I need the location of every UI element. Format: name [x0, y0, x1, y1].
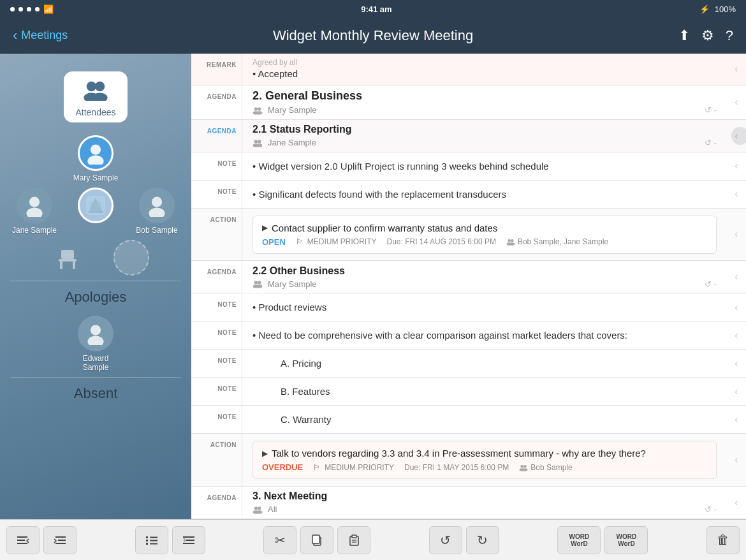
- signal-dot: [35, 7, 40, 11]
- next-meeting-person: All: [268, 505, 277, 514]
- content-area: REMARK Agreed by all • Accepted ‹ AGENDA…: [191, 54, 746, 519]
- note-content-2: • Significant defects found with the rep…: [242, 181, 727, 208]
- attendees-icon: [82, 79, 110, 105]
- delete-btn[interactable]: 🗑: [706, 526, 740, 554]
- note-chevron-3: ‹: [727, 293, 746, 321]
- note-content-3: • Product reviews: [242, 293, 727, 321]
- status-reporting-chevron: ‹: [727, 120, 746, 152]
- status-reporting-content: 2.1 Status Reporting Jane Sample ↺ -: [242, 120, 727, 152]
- svg-rect-14: [59, 259, 77, 262]
- undo-btn[interactable]: ↺: [429, 526, 462, 554]
- svg-point-36: [523, 464, 527, 468]
- word-import-bottom: WorD: [571, 540, 587, 547]
- note-row-3: NOTE • Product reviews ‹: [191, 293, 746, 321]
- title-actions: ⬆ ⚙ ?: [678, 27, 733, 44]
- due-date-1: Due: FRI 14 AUG 2015 6:00 PM: [387, 237, 496, 246]
- chair-icon-item: [42, 240, 93, 276]
- action-block-1[interactable]: ▶ Contact supplier to confirm warranty s…: [252, 216, 717, 254]
- priority-text-2: MEDIUM PRIORITY: [325, 463, 394, 472]
- note-row-1: NOTE • Widget version 2.0 Uplift Project…: [191, 152, 746, 181]
- svg-rect-62: [352, 535, 356, 538]
- expand-btn[interactable]: [43, 526, 77, 554]
- svg-point-30: [509, 242, 515, 246]
- status-reporting-row[interactable]: AGENDA 2.1 Status Reporting Jane Sample …: [191, 120, 746, 152]
- word-export-btn[interactable]: WORD WorD: [604, 526, 648, 554]
- status-reporting-timer: ↺ -: [705, 138, 717, 147]
- word-export-bottom: WorD: [618, 540, 634, 547]
- note-row-4: NOTE • Need to be comprehensive with a c…: [191, 321, 746, 350]
- note-label-2: NOTE: [191, 181, 242, 208]
- note-text-7: C. Warranty: [281, 413, 717, 426]
- people-icon: [252, 106, 263, 115]
- note-label-1: NOTE: [191, 152, 242, 180]
- note-row-6: NOTE B. Features ‹: [191, 378, 746, 406]
- attendee-edward[interactable]: EdwardSample: [70, 316, 121, 372]
- back-button[interactable]: ‹ Meetings: [13, 27, 68, 44]
- svg-text:1: 1: [183, 538, 186, 542]
- toolbar-group-1: [5, 526, 78, 554]
- attendee-mary[interactable]: Mary Sample: [70, 135, 121, 182]
- gear-icon[interactable]: ⚙: [701, 27, 714, 44]
- svg-rect-60: [312, 535, 319, 543]
- accepted-text: • Accepted: [252, 67, 717, 80]
- svg-rect-13: [61, 250, 74, 259]
- general-business-person: Mary Sample: [268, 105, 317, 115]
- agenda-label-2: AGENDA: [191, 261, 242, 293]
- action-description-2: Talk to vendors regarding 3.3 and 3.4 in…: [272, 448, 646, 459]
- list-btn[interactable]: [135, 526, 168, 554]
- apologies-label: Apologies: [0, 281, 191, 311]
- copy-btn[interactable]: [300, 526, 333, 554]
- other-business-meta: Mary Sample ↺ -: [252, 279, 717, 289]
- action-arrow-icon-2: ▶: [262, 449, 268, 458]
- back-label[interactable]: Meetings: [21, 29, 68, 42]
- attendee-highlight[interactable]: [70, 188, 121, 235]
- attendee-jane[interactable]: Jane Sample: [9, 188, 60, 235]
- action-chevron-2: ‹: [727, 434, 746, 485]
- paste-btn[interactable]: [337, 526, 370, 554]
- next-meeting-title: 3. Next Meeting: [252, 490, 717, 502]
- help-icon[interactable]: ?: [726, 27, 733, 44]
- open-badge: OPEN: [262, 237, 286, 247]
- note-row-2: NOTE • Significant defects found with th…: [191, 181, 746, 209]
- indent-btn[interactable]: 1: [172, 526, 205, 554]
- assignees-2: Bob Sample: [530, 463, 572, 472]
- next-meeting-timer: ↺ -: [705, 505, 717, 514]
- word-export-top: WORD: [617, 533, 637, 540]
- redo-btn[interactable]: ↻: [466, 526, 499, 554]
- attendee-bob[interactable]: Bob Sample: [131, 188, 182, 235]
- attendees-button[interactable]: Attendees: [64, 71, 128, 122]
- signal-dot: [10, 7, 15, 11]
- action-description-1: Contact supplier to confirm warranty sta…: [272, 223, 497, 233]
- other-business-title: 2.2 Other Business: [252, 265, 717, 277]
- general-business-timer: ↺ -: [705, 105, 717, 115]
- svg-point-32: [258, 281, 261, 284]
- collapse-btn[interactable]: [6, 526, 40, 554]
- clock: 9:41 am: [361, 4, 391, 14]
- svg-point-4: [91, 145, 101, 155]
- svg-rect-15: [60, 262, 62, 269]
- bluetooth-icon: ⚡: [699, 4, 710, 14]
- svg-point-17: [91, 325, 101, 335]
- action-block-2[interactable]: ▶ Talk to vendors regarding 3.3 and 3.4 …: [252, 441, 717, 479]
- action-content-2: ▶ Talk to vendors regarding 3.3 and 3.4 …: [242, 434, 727, 485]
- attendees-label: Attendees: [75, 107, 115, 117]
- svg-point-40: [258, 506, 261, 510]
- svg-point-39: [254, 506, 258, 510]
- remark-row: REMARK Agreed by all • Accepted ‹: [191, 54, 746, 85]
- absent-label: Absent: [0, 378, 191, 407]
- toolbar-group-2: 1: [134, 526, 207, 554]
- toolbar-group-3: ✂: [262, 526, 372, 554]
- svg-point-38: [523, 468, 528, 471]
- svg-point-0: [87, 82, 96, 91]
- cut-btn[interactable]: ✂: [263, 526, 296, 554]
- people-icon-3: [252, 279, 263, 288]
- word-import-btn[interactable]: WORD WorD: [557, 526, 601, 554]
- apologies-section: EdwardSample: [0, 311, 191, 377]
- share-icon[interactable]: ⬆: [678, 27, 690, 44]
- action-label-1: ACTION: [191, 209, 242, 260]
- status-right: ⚡ 100%: [699, 4, 736, 14]
- svg-rect-49: [146, 536, 148, 538]
- empty-slot: [113, 240, 149, 276]
- other-business-person: Mary Sample: [268, 279, 317, 289]
- action-row-2: ACTION ▶ Talk to vendors regarding 3.3 a…: [191, 434, 746, 486]
